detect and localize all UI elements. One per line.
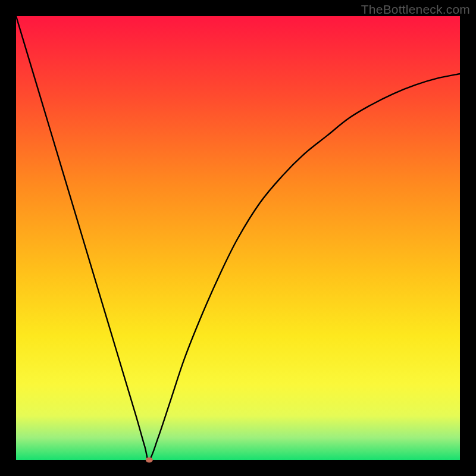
minimum-marker (146, 458, 153, 463)
chart-plot-area (16, 16, 460, 460)
watermark-text: TheBottleneck.com (361, 2, 470, 17)
chart-frame: TheBottleneck.com (0, 0, 476, 476)
bottleneck-curve (16, 16, 460, 460)
chart-svg (16, 16, 460, 460)
